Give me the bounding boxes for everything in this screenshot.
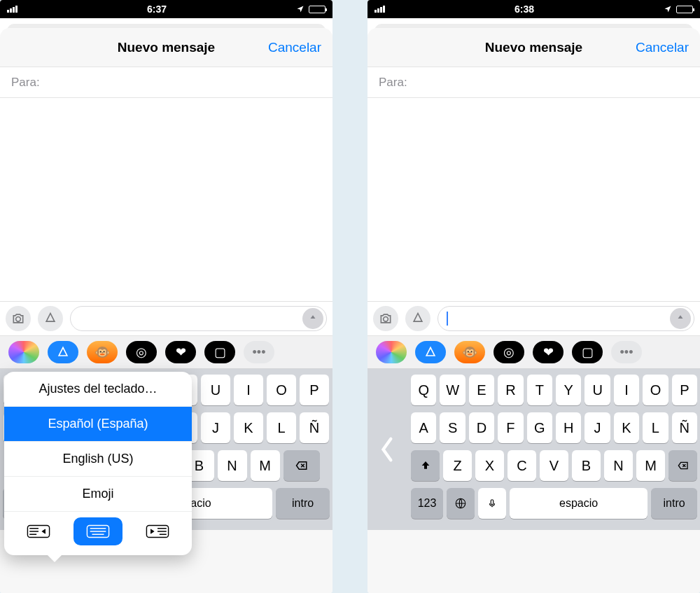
key-m[interactable]: M [636,450,665,481]
app-activity[interactable]: ◎ [126,341,157,363]
key-k[interactable]: K [234,412,263,443]
shift-key[interactable] [411,450,440,481]
message-body[interactable] [0,98,332,301]
screenshot-right: 6:38 Nuevo mensaje Cancelar Para: [368,0,700,593]
menu-emoji[interactable]: Emoji [4,477,192,512]
app-music[interactable]: ▢ [572,341,603,363]
page-title: Nuevo mensaje [118,40,215,55]
key-k[interactable]: K [614,412,639,443]
space-key[interactable]: espacio [510,488,648,519]
nav-header: Nuevo mensaje Cancelar [368,28,700,67]
key-a[interactable]: A [411,412,436,443]
key-t[interactable]: T [527,375,552,405]
key-row-bottom: 123 espacio intro [411,488,697,519]
backspace-key[interactable] [668,450,697,481]
dock-center-button[interactable] [74,517,122,545]
key-m[interactable]: M [251,450,280,481]
key-r[interactable]: R [498,375,523,405]
app-memoji[interactable]: 🐵 [87,341,118,363]
app-appstore[interactable] [415,341,446,363]
key-i[interactable]: I [234,375,263,405]
location-icon [296,5,304,13]
key-w[interactable]: W [440,375,465,405]
dock-right-button[interactable] [133,517,182,545]
key-f[interactable]: F [498,412,523,443]
app-appstore[interactable] [48,341,78,363]
key-enye[interactable]: Ñ [300,412,329,443]
key-h[interactable]: H [556,412,581,443]
key-n[interactable]: N [604,450,633,481]
menu-lang-english[interactable]: English (US) [4,442,192,477]
backspace-key[interactable] [284,450,320,481]
key-enye[interactable]: Ñ [672,412,697,443]
appstore-button[interactable] [38,306,63,331]
message-input[interactable] [70,306,327,331]
send-button[interactable] [302,308,323,329]
svg-rect-7 [491,500,493,505]
app-digitaltouch[interactable]: ❤ [165,341,196,363]
key-o[interactable]: O [643,375,668,405]
key-u[interactable]: U [584,375,610,405]
enter-key[interactable]: intro [276,488,330,519]
message-input[interactable] [438,306,694,331]
key-e[interactable]: E [469,375,494,405]
key-s[interactable]: S [440,412,465,443]
key-o[interactable]: O [267,375,296,405]
key-p[interactable]: P [672,375,697,405]
key-y[interactable]: Y [556,375,581,405]
key-row-2: A S D F G H J K L Ñ [411,412,697,443]
battery-icon [309,6,326,13]
svg-point-5 [384,317,388,322]
keyboard-menu-popup: Ajustes del teclado… Español (España) En… [4,372,192,555]
to-field-row[interactable]: Para: [0,67,332,98]
cancel-button[interactable]: Cancelar [268,40,321,55]
camera-button[interactable] [373,306,398,331]
dictation-key[interactable] [478,488,506,519]
key-i[interactable]: I [614,375,639,405]
compose-sheet: Nuevo mensaje Cancelar Para: 🐵 [368,28,700,593]
app-music[interactable]: ▢ [204,341,235,363]
key-j[interactable]: J [201,412,230,443]
app-memoji[interactable]: 🐵 [454,341,485,363]
key-g[interactable]: G [527,412,552,443]
key-c[interactable]: C [507,450,536,481]
key-d[interactable]: D [469,412,494,443]
to-field-row[interactable]: Para: [368,67,700,98]
appstore-button[interactable] [405,306,430,331]
key-b[interactable]: B [572,450,601,481]
numeric-key[interactable]: 123 [411,488,443,519]
dock-left-button[interactable] [14,517,63,545]
expand-handle[interactable] [368,369,408,530]
app-photos[interactable] [376,341,407,363]
page-title: Nuevo mensaje [485,40,582,55]
message-body[interactable] [368,98,700,301]
key-j[interactable]: J [584,412,610,443]
menu-keyboard-settings[interactable]: Ajustes del teclado… [4,372,192,407]
key-q[interactable]: Q [411,375,436,405]
key-l[interactable]: L [643,412,668,443]
compose-bar [0,301,332,335]
key-l[interactable]: L [267,412,296,443]
status-time: 6:37 [18,4,296,15]
compose-bar [368,301,700,335]
key-u[interactable]: U [201,375,230,405]
menu-lang-espanol[interactable]: Español (España) [4,407,192,442]
app-photos[interactable] [8,341,39,363]
key-v[interactable]: V [540,450,568,481]
app-activity[interactable]: ◎ [493,341,524,363]
app-digitaltouch[interactable]: ❤ [533,341,564,363]
camera-button[interactable] [6,306,31,331]
app-more[interactable]: ••• [244,341,274,363]
apps-strip: 🐵 ◎ ❤ ▢ ••• [368,335,700,369]
app-more[interactable]: ••• [611,341,642,363]
enter-key[interactable]: intro [651,488,697,519]
key-z[interactable]: Z [443,450,472,481]
cancel-button[interactable]: Cancelar [636,40,689,55]
screenshot-left: 6:37 Nuevo mensaje Cancelar Para: [0,0,332,593]
send-button[interactable] [670,308,691,329]
globe-key[interactable] [447,488,475,519]
key-p[interactable]: P [300,375,329,405]
key-x[interactable]: X [475,450,504,481]
key-row-3: Z X C V B N M [411,450,697,481]
key-n[interactable]: N [218,450,247,481]
